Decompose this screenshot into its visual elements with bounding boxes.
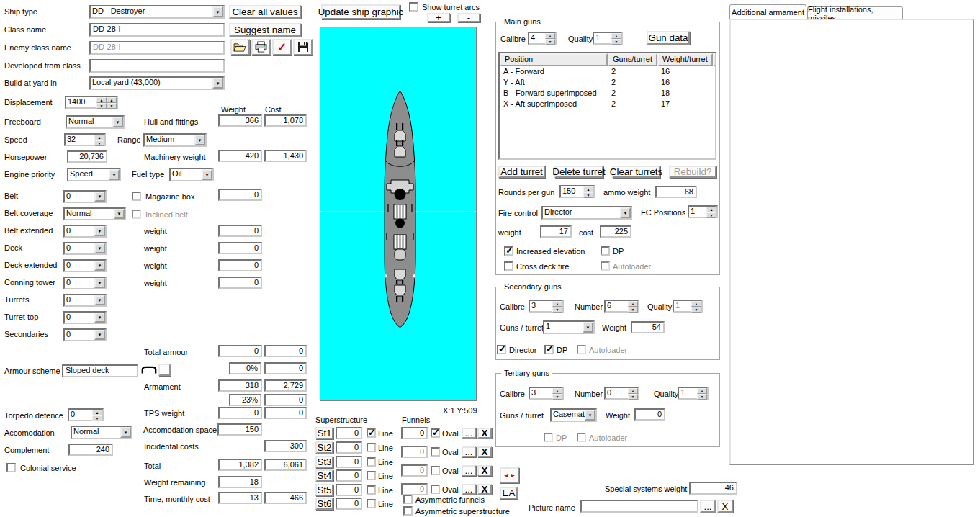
- class-name-input[interactable]: DD-28-I: [89, 23, 225, 37]
- dropdown-arrow-icon[interactable]: [194, 135, 205, 145]
- funnel3-delete-button[interactable]: X: [477, 465, 492, 476]
- st3-line-checkbox[interactable]: [367, 457, 376, 467]
- funnel4-delete-button[interactable]: X: [477, 484, 492, 495]
- dropdown-arrow-icon[interactable]: [620, 207, 631, 218]
- dropdown-arrow-icon[interactable]: [94, 330, 105, 340]
- spin-up-icon[interactable]: [628, 388, 638, 394]
- spin-up-icon[interactable]: [583, 186, 593, 192]
- delete-turret-button[interactable]: Delete turret: [554, 166, 603, 178]
- magazine-box-checkbox[interactable]: [132, 192, 141, 201]
- spin-up-icon[interactable]: [552, 388, 562, 394]
- st4-line-checkbox[interactable]: [367, 471, 376, 480]
- deck-select[interactable]: 0: [63, 242, 107, 255]
- spin-up-icon[interactable]: [706, 207, 716, 212]
- funnel1-value[interactable]: 0: [401, 427, 428, 439]
- asymmetric-superstructure-checkbox[interactable]: [403, 506, 413, 516]
- mirror-ship-button[interactable]: ◄►: [500, 467, 519, 483]
- range-select[interactable]: Medium: [143, 133, 207, 147]
- dropdown-arrow-icon[interactable]: [212, 78, 223, 89]
- fuel-type-select[interactable]: Oil: [169, 168, 214, 181]
- st6-value[interactable]: 0: [336, 498, 362, 510]
- spin-down-icon[interactable]: [706, 212, 716, 218]
- secondary-calibre-stepper[interactable]: 3: [529, 300, 564, 313]
- spin-down-icon[interactable]: [92, 415, 102, 421]
- st4-value[interactable]: 0: [336, 469, 362, 482]
- main-guns-table[interactable]: Position Guns/turret Weight/turret A - F…: [498, 52, 716, 160]
- print-button[interactable]: [251, 39, 271, 55]
- secondaries-select[interactable]: 0: [63, 328, 107, 341]
- dropdown-arrow-icon[interactable]: [585, 410, 595, 421]
- belt-extended-select[interactable]: 0: [63, 225, 107, 238]
- funnel1-more-button[interactable]: ...: [462, 428, 476, 439]
- funnel2-value[interactable]: 0: [401, 446, 428, 458]
- dropdown-arrow-icon[interactable]: [94, 295, 105, 305]
- st5-line-checkbox[interactable]: [367, 485, 376, 495]
- fc-positions-stepper[interactable]: 1: [688, 205, 718, 218]
- save-button[interactable]: [293, 39, 313, 55]
- fire-control-select[interactable]: Director: [541, 206, 632, 220]
- clear-all-values-button[interactable]: Clear all values: [229, 5, 301, 19]
- spin-up-icon[interactable]: [697, 388, 707, 394]
- open-file-button[interactable]: [230, 39, 250, 55]
- st5-value[interactable]: 0: [336, 484, 362, 496]
- dropdown-arrow-icon[interactable]: [120, 427, 131, 438]
- ship-type-select[interactable]: DD - Destroyer: [89, 5, 225, 19]
- table-row[interactable]: X - Aft superimposed217: [500, 99, 715, 109]
- funnel1-delete-button[interactable]: X: [477, 428, 492, 439]
- funnel2-oval-checkbox[interactable]: [431, 447, 440, 457]
- enemy-class-name-input[interactable]: DD-28-I: [89, 41, 225, 55]
- st1-value[interactable]: 0: [336, 427, 362, 439]
- funnel2-more-button[interactable]: ...: [462, 446, 476, 457]
- dropdown-arrow-icon[interactable]: [94, 192, 105, 202]
- spin-down-icon[interactable]: [545, 39, 555, 45]
- funnel2-delete-button[interactable]: X: [477, 446, 492, 457]
- spin-down-icon[interactable]: [552, 307, 562, 313]
- dropdown-arrow-icon[interactable]: [94, 313, 105, 323]
- spin-down-icon[interactable]: [552, 394, 562, 400]
- dropdown-arrow-icon[interactable]: [114, 209, 125, 219]
- dropdown-arrow-icon[interactable]: [94, 261, 105, 271]
- turret-top-select[interactable]: 0: [63, 311, 107, 324]
- ship-graphic-canvas[interactable]: [320, 27, 477, 401]
- zoom-in-button[interactable]: +: [427, 13, 450, 22]
- tab-additional-armament[interactable]: Additional armament: [729, 4, 806, 19]
- tertiary-guns-per-turret-select[interactable]: Casemate:: [550, 408, 597, 422]
- st1-line-checkbox[interactable]: [367, 428, 376, 438]
- funnel4-oval-checkbox[interactable]: [431, 485, 440, 494]
- spin-up-icon[interactable]: [107, 97, 117, 103]
- spin-up-icon[interactable]: [611, 33, 621, 39]
- asymmetric-funnels-checkbox[interactable]: [403, 495, 413, 504]
- funnel4-value[interactable]: 0: [401, 483, 428, 495]
- funnel1-oval-checkbox[interactable]: [431, 428, 440, 438]
- build-at-yard-select[interactable]: Local yard (43,000): [89, 76, 225, 90]
- armour-scheme-button[interactable]: [158, 364, 171, 376]
- st2-value[interactable]: 0: [336, 441, 362, 454]
- rounds-per-gun-stepper[interactable]: 150: [559, 185, 595, 198]
- spin-up-icon[interactable]: [92, 410, 102, 415]
- picture-browse-button[interactable]: ...: [700, 500, 716, 513]
- st4-button[interactable]: St4: [315, 469, 333, 482]
- funnel3-more-button[interactable]: ...: [462, 465, 476, 476]
- tertiary-calibre-stepper[interactable]: 3: [529, 387, 564, 400]
- tertiary-quality-stepper[interactable]: 1: [678, 387, 709, 400]
- table-row[interactable]: B - Forward superimposed218: [500, 88, 715, 99]
- show-turret-arcs-checkbox[interactable]: [409, 2, 418, 12]
- st3-value[interactable]: 0: [336, 456, 362, 468]
- spin-up-icon[interactable]: [552, 301, 562, 307]
- main-calibre-stepper[interactable]: 4: [528, 32, 557, 45]
- tab-flight-installations[interactable]: Flight installations, missiles: [807, 6, 903, 19]
- spin-up-icon[interactable]: [691, 301, 701, 307]
- belt-select[interactable]: 0: [63, 190, 107, 203]
- table-row[interactable]: A - Forward216: [500, 66, 715, 77]
- gun-data-button[interactable]: Gun data: [647, 31, 690, 45]
- suggest-name-button[interactable]: Suggest name: [229, 23, 301, 37]
- spin-up-icon[interactable]: [96, 97, 107, 103]
- funnel3-value[interactable]: 0: [401, 464, 428, 477]
- belt-coverage-select[interactable]: Normal: [63, 207, 126, 220]
- picture-name-input[interactable]: [580, 500, 698, 513]
- dropdown-arrow-icon[interactable]: [112, 117, 123, 127]
- spin-down-icon[interactable]: [697, 394, 707, 400]
- secondary-number-stepper[interactable]: 6: [604, 300, 639, 313]
- spin-down-icon[interactable]: [94, 140, 104, 146]
- spin-down-icon[interactable]: [96, 103, 107, 109]
